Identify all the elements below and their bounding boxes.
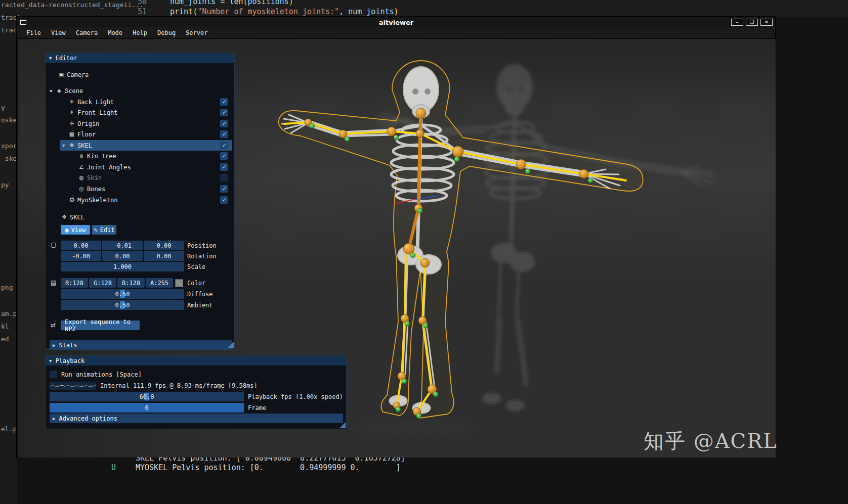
file-fragment: png	[1, 284, 13, 291]
stats-collapsing-header[interactable]: ▶ Stats	[50, 340, 232, 350]
tree-item-label: Front Light	[77, 109, 117, 116]
menu-view[interactable]: View	[46, 29, 71, 36]
visibility-checkbox[interactable]: ✓	[220, 109, 228, 116]
visibility-checkbox[interactable]: ✓	[220, 152, 228, 160]
chevron-down-icon[interactable]: ▼	[50, 88, 56, 94]
fps-stats-text: Internal 111.9 fps @ 8.93 ms/frame [9.58…	[100, 382, 258, 389]
resize-grip[interactable]	[340, 422, 346, 428]
scale-row: 1.000 Scale	[46, 261, 234, 272]
menu-server[interactable]: Server	[181, 29, 213, 36]
scene-icon: ◈	[56, 87, 63, 94]
menu-debug[interactable]: Debug	[152, 29, 181, 36]
tree-item-label: Floor	[77, 131, 96, 138]
tree-item-skel-selected[interactable]: ▼ ❖ SKEL ✓	[60, 140, 232, 151]
tree-item-scene[interactable]: ▼ ◈ Scene	[46, 85, 234, 96]
fps-stats-row: Internal 111.9 fps @ 8.93 ms/frame [9.58…	[46, 380, 346, 391]
ambient-value: 0.50	[61, 300, 184, 310]
visibility-checkbox[interactable]: ✓	[220, 185, 228, 193]
position-x-field[interactable]: 0.00	[61, 241, 101, 250]
tree-item-back-light[interactable]: ☀ Back Light ✓	[46, 97, 234, 107]
rotation-z-field[interactable]: 0.00	[144, 251, 184, 261]
playback-panel-header[interactable]: ▼ Playback	[46, 356, 346, 365]
tree-item-joint-angles[interactable]: ∠ Joint Angles ✓	[46, 162, 234, 172]
color-swatch[interactable]	[175, 279, 183, 287]
tree-item-label: Back Light	[77, 99, 114, 106]
menu-help[interactable]: Help	[128, 29, 152, 36]
editor-panel-header[interactable]: ▼ Editor	[46, 53, 234, 63]
check-icon: ✓	[222, 109, 226, 116]
visibility-checkbox[interactable]: ✓	[220, 163, 228, 171]
visibility-checkbox-unchecked[interactable]	[220, 174, 228, 181]
view-mode-button[interactable]: ◉ View	[61, 225, 90, 235]
visibility-checkbox[interactable]: ✓	[220, 196, 228, 204]
playback-fps-slider[interactable]: 60.0	[50, 392, 244, 401]
close-button[interactable]: ✕	[760, 19, 773, 26]
playback-fps-label: Playback fps (1.00x speed)	[248, 393, 343, 400]
stats-label: Stats	[59, 342, 77, 349]
color-a-field[interactable]: A:255	[146, 278, 173, 288]
diffuse-label: Diffuse	[187, 291, 213, 298]
advanced-options-header[interactable]: ▶ Advanced options	[50, 414, 343, 423]
tree-item-front-light[interactable]: ☀ Front Light ✓	[46, 107, 234, 118]
code-token: num_joints	[344, 7, 394, 16]
visibility-checkbox[interactable]: ✓	[220, 142, 228, 149]
code-token: "Number of myoskeleton joints:"	[197, 7, 339, 16]
tree-item-skin[interactable]: ◍ Skin	[46, 172, 234, 183]
camera-icon: ▣	[58, 71, 65, 78]
window-title: aitviewer	[17, 19, 775, 26]
tree-item-camera[interactable]: ▣ Camera	[46, 69, 234, 80]
advanced-options-label: Advanced options	[59, 415, 117, 422]
edit-mode-button[interactable]: ✎ Edit	[92, 225, 116, 235]
visibility-checkbox[interactable]: ✓	[220, 98, 228, 106]
tree-item-kin-tree[interactable]: ⋔ Kin tree ✓	[46, 151, 234, 161]
diffuse-slider[interactable]: 0.50	[61, 289, 184, 299]
check-icon: ✓	[222, 142, 226, 149]
rotation-y-field[interactable]: 0.00	[102, 251, 143, 261]
resize-grip[interactable]	[228, 342, 234, 348]
menu-file[interactable]: File	[21, 29, 46, 36]
file-fragment: py	[1, 181, 9, 189]
diffuse-row: 0.50 Diffuse	[46, 289, 234, 299]
scale-field[interactable]: 1.000	[61, 262, 184, 271]
skeleton-icon: ❖	[68, 142, 75, 149]
collapse-icon[interactable]: ▼	[49, 358, 52, 363]
code-token: print	[170, 7, 193, 16]
frame-slider[interactable]: 0	[50, 403, 244, 413]
tree-item-bones[interactable]: ◎ Bones ✓	[46, 184, 234, 194]
tree-item-myoskeleton[interactable]: ✪ MyoSkeleton ✓	[46, 195, 234, 205]
check-icon: ✓	[222, 131, 226, 138]
color-b-field[interactable]: B:128	[117, 278, 145, 288]
check-icon: ✓	[222, 120, 226, 127]
export-npz-button[interactable]: Export sequence to NPZ	[61, 320, 140, 330]
window-icon	[20, 20, 26, 25]
file-fragment: kl	[1, 323, 9, 330]
collapse-icon[interactable]: ▼	[49, 56, 52, 61]
tree-item-origin[interactable]: ✛ Origin ✓	[46, 118, 234, 129]
color-g-field[interactable]: G:128	[89, 278, 116, 288]
aitviewer-window: aitviewer – ❐ ✕ File View Camera Mode He…	[17, 17, 776, 457]
window-titlebar[interactable]: aitviewer – ❐ ✕	[17, 17, 775, 27]
menu-mode[interactable]: Mode	[103, 29, 128, 36]
ambient-row: 0.50 Ambient	[46, 300, 234, 310]
position-y-field[interactable]: -0.01	[102, 241, 143, 250]
myoskeleton-icon: ✪	[68, 197, 75, 203]
rotation-x-field[interactable]: -0.00	[61, 251, 101, 261]
run-animations-label: Run animations [Space]	[61, 371, 142, 378]
check-icon: ✓	[222, 153, 226, 159]
code-token: =	[216, 0, 229, 6]
ambient-slider[interactable]: 0.50	[61, 300, 184, 310]
visibility-checkbox[interactable]: ✓	[220, 120, 228, 127]
light-icon: ☀	[68, 109, 75, 116]
playback-fps-value: 60.0	[50, 392, 244, 401]
chevron-down-icon[interactable]: ▼	[62, 143, 68, 148]
minimize-button[interactable]: –	[731, 19, 743, 26]
terminal-gutter: U	[111, 463, 116, 472]
visibility-checkbox[interactable]: ✓	[220, 130, 228, 138]
position-z-field[interactable]: 0.00	[144, 241, 184, 250]
tree-item-floor[interactable]: ▦ Floor ✓	[46, 129, 234, 140]
skin-icon: ◍	[78, 174, 85, 181]
menu-camera[interactable]: Camera	[71, 29, 103, 36]
maximize-button[interactable]: ❐	[746, 19, 758, 26]
color-r-field[interactable]: R:128	[61, 278, 88, 288]
run-animations-checkbox[interactable]	[50, 371, 57, 378]
